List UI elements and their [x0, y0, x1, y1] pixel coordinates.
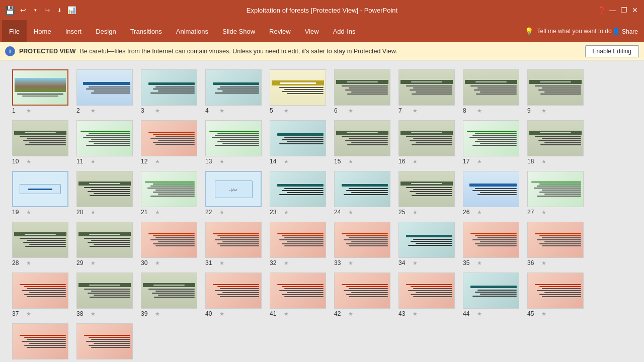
- share-label[interactable]: Share: [622, 28, 638, 35]
- slide-bookmark-icon[interactable]: ★: [155, 158, 160, 165]
- slide-bookmark-icon[interactable]: ★: [26, 311, 31, 317]
- slide-bookmark-icon[interactable]: ★: [26, 108, 31, 114]
- tab-home[interactable]: Home: [27, 20, 58, 42]
- slide-item[interactable]: 14★: [270, 120, 326, 165]
- tab-review[interactable]: Review: [262, 20, 298, 42]
- slide-item[interactable]: 25★: [398, 171, 455, 216]
- slide-item[interactable]: 36★: [527, 222, 584, 266]
- slide-item[interactable]: 30★: [141, 222, 197, 266]
- presentation-view-icon[interactable]: 📊: [67, 6, 75, 14]
- slide-bookmark-icon[interactable]: ★: [26, 158, 31, 165]
- tab-design[interactable]: Design: [89, 20, 123, 42]
- slide-item[interactable]: 31★: [205, 222, 262, 266]
- save-icon[interactable]: 💾: [5, 6, 15, 15]
- slide-bookmark-icon[interactable]: ★: [155, 311, 160, 317]
- tab-view[interactable]: View: [298, 20, 326, 42]
- slide-bookmark-icon[interactable]: ★: [91, 158, 96, 165]
- slide-item[interactable]: 7★: [398, 69, 455, 114]
- slide-bookmark-icon[interactable]: ★: [477, 260, 482, 266]
- tab-slideshow[interactable]: Slide Show: [215, 20, 262, 42]
- slide-item[interactable]: 47★: [76, 323, 133, 362]
- slide-bookmark-icon[interactable]: ★: [413, 311, 418, 317]
- slide-bookmark-icon[interactable]: ★: [348, 158, 353, 165]
- slide-item[interactable]: 18★: [527, 120, 584, 165]
- slide-item[interactable]: 24★: [334, 171, 390, 216]
- slide-item[interactable]: 16★: [398, 120, 455, 165]
- tab-transitions[interactable]: Transitions: [123, 20, 169, 42]
- slide-bookmark-icon[interactable]: ★: [284, 311, 289, 317]
- slide-bookmark-icon[interactable]: ★: [541, 108, 546, 114]
- slide-item[interactable]: 41★: [270, 273, 326, 317]
- undo-dropdown[interactable]: ▾: [31, 6, 39, 14]
- slide-item[interactable]: 15★: [334, 120, 390, 165]
- slide-item[interactable]: 21★: [141, 171, 197, 216]
- slide-item[interactable]: 1★: [12, 69, 68, 114]
- slide-bookmark-icon[interactable]: ★: [477, 108, 482, 114]
- slide-bookmark-icon[interactable]: ★: [413, 260, 418, 266]
- slide-item[interactable]: 29★: [76, 222, 133, 266]
- slide-bookmark-icon[interactable]: ★: [219, 158, 224, 165]
- slide-item[interactable]: 27★: [527, 171, 584, 216]
- slide-bookmark-icon[interactable]: ★: [477, 158, 482, 165]
- slide-item[interactable]: 42★: [334, 273, 390, 317]
- restore-button[interactable]: ❐: [620, 6, 628, 14]
- slide-bookmark-icon[interactable]: ★: [91, 209, 96, 216]
- slide-bookmark-icon[interactable]: ★: [26, 209, 31, 216]
- tab-addins[interactable]: Add-Ins: [326, 20, 363, 42]
- slide-bookmark-icon[interactable]: ★: [541, 209, 546, 216]
- slide-item[interactable]: 9★: [527, 69, 584, 114]
- slide-item[interactable]: 39★: [141, 273, 197, 317]
- slide-bookmark-icon[interactable]: ★: [219, 209, 224, 216]
- slide-bookmark-icon[interactable]: ★: [477, 209, 482, 216]
- slide-bookmark-icon[interactable]: ★: [155, 260, 160, 266]
- slide-bookmark-icon[interactable]: ★: [348, 311, 353, 317]
- slide-item[interactable]: 17★: [463, 120, 519, 165]
- slide-bookmark-icon[interactable]: ★: [91, 108, 96, 114]
- tab-animations[interactable]: Animations: [169, 20, 215, 42]
- undo-button[interactable]: ↩: [19, 6, 27, 14]
- slide-bookmark-icon[interactable]: ★: [413, 108, 418, 114]
- close-button[interactable]: ✕: [631, 6, 639, 14]
- slide-item[interactable]: 32★: [270, 222, 326, 266]
- slide-bookmark-icon[interactable]: ★: [284, 209, 289, 216]
- slide-bookmark-icon[interactable]: ★: [284, 158, 289, 165]
- slide-bookmark-icon[interactable]: ★: [26, 260, 31, 266]
- slide-bookmark-icon[interactable]: ★: [348, 209, 353, 216]
- slide-item[interactable]: 11★: [76, 120, 133, 165]
- slide-bookmark-icon[interactable]: ★: [284, 260, 289, 266]
- slide-bookmark-icon[interactable]: ★: [155, 108, 160, 114]
- slide-item[interactable]: 19★: [12, 171, 68, 216]
- minimize-button[interactable]: —: [609, 6, 617, 14]
- slide-item[interactable]: 34★: [398, 222, 455, 266]
- tab-file[interactable]: File: [2, 20, 27, 42]
- slide-item[interactable]: 38★: [76, 273, 133, 317]
- slide-bookmark-icon[interactable]: ★: [219, 108, 224, 114]
- slide-bookmark-icon[interactable]: ★: [155, 209, 160, 216]
- slide-bookmark-icon[interactable]: ★: [348, 260, 353, 266]
- slide-item[interactable]: 43★: [398, 273, 455, 317]
- slide-item[interactable]: 10★: [12, 120, 68, 165]
- slide-item[interactable]: 6★: [334, 69, 390, 114]
- slide-bookmark-icon[interactable]: ★: [284, 108, 289, 114]
- slide-item[interactable]: 4★: [205, 69, 262, 114]
- slide-item[interactable]: 40★: [205, 273, 262, 317]
- slide-item[interactable]: 20★: [76, 171, 133, 216]
- slide-item[interactable]: 5★: [270, 69, 326, 114]
- slide-item[interactable]: جداول22★: [205, 171, 262, 216]
- slide-item[interactable]: 37★: [12, 273, 68, 317]
- slide-bookmark-icon[interactable]: ★: [348, 108, 353, 114]
- slide-item[interactable]: 33★: [334, 222, 390, 266]
- slide-bookmark-icon[interactable]: ★: [219, 311, 224, 317]
- slide-item[interactable]: 28★: [12, 222, 68, 266]
- slide-bookmark-icon[interactable]: ★: [541, 311, 546, 317]
- slide-item[interactable]: 35★: [463, 222, 519, 266]
- slide-bookmark-icon[interactable]: ★: [477, 311, 482, 317]
- slide-item[interactable]: 2★: [76, 69, 133, 114]
- slide-item[interactable]: 46★: [12, 323, 68, 362]
- slide-item[interactable]: 44★: [463, 273, 519, 317]
- slide-item[interactable]: 26★: [463, 171, 519, 216]
- tab-insert[interactable]: Insert: [58, 20, 89, 42]
- slide-item[interactable]: 12★: [141, 120, 197, 165]
- slide-bookmark-icon[interactable]: ★: [413, 209, 418, 216]
- slide-item[interactable]: 45★: [527, 273, 584, 317]
